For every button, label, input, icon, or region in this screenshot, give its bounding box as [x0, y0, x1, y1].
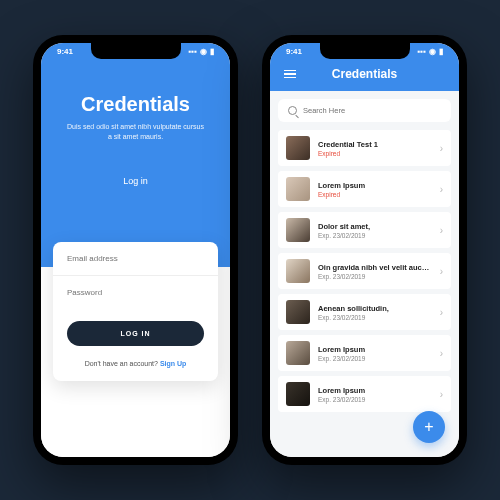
list-item[interactable]: Oin gravida nibh vel velit auctorExp. 23…: [278, 253, 451, 289]
item-text: Lorem IpsumExpired: [318, 181, 432, 198]
thumbnail: [286, 300, 310, 324]
item-text: Lorem IpsumExp. 23/02/2019: [318, 345, 432, 362]
login-tab-label: Log in: [63, 176, 208, 186]
search-bar[interactable]: [278, 99, 451, 122]
thumbnail: [286, 341, 310, 365]
thumbnail: [286, 136, 310, 160]
item-title: Credential Test 1: [318, 140, 432, 149]
item-text: Aenean sollicitudin,Exp. 23/02/2019: [318, 304, 432, 321]
credentials-list: Credential Test 1Expired›Lorem IpsumExpi…: [278, 130, 451, 412]
wifi-icon: ◉: [200, 47, 207, 56]
list-item[interactable]: Lorem IpsumExp. 23/02/2019›: [278, 376, 451, 412]
thumbnail: [286, 259, 310, 283]
thumbnail: [286, 218, 310, 242]
item-title: Lorem Ipsum: [318, 386, 432, 395]
chevron-right-icon: ›: [440, 389, 443, 400]
signup-row: Don't have an account? Sign Up: [53, 346, 218, 381]
add-button[interactable]: +: [413, 411, 445, 443]
signup-link[interactable]: Sign Up: [160, 360, 186, 367]
search-input[interactable]: [303, 106, 441, 115]
list-item[interactable]: Lorem IpsumExpired›: [278, 171, 451, 207]
item-title: Aenean sollicitudin,: [318, 304, 432, 313]
notch: [91, 43, 181, 59]
item-subtitle: Exp. 23/02/2019: [318, 396, 432, 403]
battery-icon: ▮: [210, 47, 214, 56]
search-icon: [288, 106, 297, 115]
page-title: Credentials: [332, 67, 397, 81]
wifi-icon: ◉: [429, 47, 436, 56]
chevron-right-icon: ›: [440, 225, 443, 236]
app-subtitle: Duis sed odio sit amet nibh vulputate cu…: [66, 122, 206, 142]
list-item[interactable]: Credential Test 1Expired›: [278, 130, 451, 166]
phone-login: 9:41 ▪▪▪ ◉ ▮ Credentials Duis sed odio s…: [33, 35, 238, 465]
login-screen: 9:41 ▪▪▪ ◉ ▮ Credentials Duis sed odio s…: [41, 43, 230, 457]
item-subtitle: Exp. 23/02/2019: [318, 273, 432, 280]
list-item[interactable]: Dolor sit amet,Exp. 23/02/2019›: [278, 212, 451, 248]
item-title: Lorem Ipsum: [318, 181, 432, 190]
phone-list: 9:41 ▪▪▪ ◉ ▮ Credentials Credential Test…: [262, 35, 467, 465]
item-text: Lorem IpsumExp. 23/02/2019: [318, 386, 432, 403]
status-time: 9:41: [57, 47, 73, 56]
item-subtitle: Exp. 23/02/2019: [318, 232, 432, 239]
item-title: Lorem Ipsum: [318, 345, 432, 354]
status-time: 9:41: [286, 47, 302, 56]
item-subtitle: Expired: [318, 191, 432, 198]
menu-icon[interactable]: [284, 70, 296, 79]
notch: [320, 43, 410, 59]
chevron-right-icon: ›: [440, 307, 443, 318]
signup-prompt: Don't have an account?: [85, 360, 160, 367]
item-subtitle: Expired: [318, 150, 432, 157]
login-hero: Credentials Duis sed odio sit amet nibh …: [41, 43, 230, 267]
app-title: Credentials: [63, 93, 208, 116]
chevron-right-icon: ›: [440, 348, 443, 359]
login-card: LOG IN Don't have an account? Sign Up: [53, 242, 218, 381]
item-subtitle: Exp. 23/02/2019: [318, 314, 432, 321]
chevron-right-icon: ›: [440, 266, 443, 277]
signal-icon: ▪▪▪: [188, 47, 197, 56]
battery-icon: ▮: [439, 47, 443, 56]
chevron-right-icon: ›: [440, 184, 443, 195]
item-text: Oin gravida nibh vel velit auctorExp. 23…: [318, 263, 432, 280]
list-item[interactable]: Aenean sollicitudin,Exp. 23/02/2019›: [278, 294, 451, 330]
thumbnail: [286, 382, 310, 406]
password-field[interactable]: [53, 276, 218, 309]
item-title: Dolor sit amet,: [318, 222, 432, 231]
list-item[interactable]: Lorem IpsumExp. 23/02/2019›: [278, 335, 451, 371]
list-screen: 9:41 ▪▪▪ ◉ ▮ Credentials Credential Test…: [270, 43, 459, 457]
item-text: Credential Test 1Expired: [318, 140, 432, 157]
thumbnail: [286, 177, 310, 201]
item-title: Oin gravida nibh vel velit auctor: [318, 263, 432, 272]
list-body: Credential Test 1Expired›Lorem IpsumExpi…: [270, 91, 459, 457]
item-text: Dolor sit amet,Exp. 23/02/2019: [318, 222, 432, 239]
signal-icon: ▪▪▪: [417, 47, 426, 56]
login-button[interactable]: LOG IN: [67, 321, 204, 346]
email-field[interactable]: [53, 242, 218, 276]
chevron-right-icon: ›: [440, 143, 443, 154]
item-subtitle: Exp. 23/02/2019: [318, 355, 432, 362]
